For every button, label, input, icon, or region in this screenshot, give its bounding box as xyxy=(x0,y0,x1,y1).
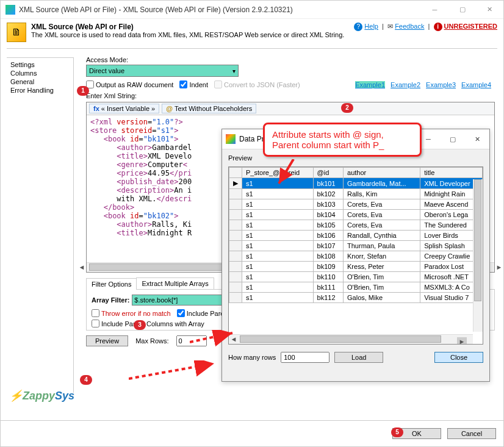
table-row[interactable]: ▶s1bk101Gambardella, Mat...XML Developer xyxy=(229,178,483,189)
table-row[interactable]: s1bk108Knorr, StefanCreepy Crawlie xyxy=(229,251,483,262)
include-parent-array-checkbox[interactable]: Include Parent Columns with Array xyxy=(92,320,204,327)
sidebar-item-error-handling[interactable]: Error Handling xyxy=(7,86,73,95)
cell[interactable]: bk112 xyxy=(313,293,343,303)
cell[interactable]: bk107 xyxy=(313,241,343,251)
col-id[interactable]: @id xyxy=(313,168,343,178)
row-selector[interactable] xyxy=(229,262,242,272)
minimize-button[interactable]: ─ xyxy=(421,1,448,19)
cell[interactable]: O'Brien, Tim xyxy=(344,272,420,282)
load-button[interactable]: Load xyxy=(334,352,383,363)
cell[interactable]: s1 xyxy=(242,262,314,272)
row-selector[interactable] xyxy=(229,241,242,251)
cell[interactable]: s1 xyxy=(242,231,314,241)
row-selector[interactable] xyxy=(229,189,242,199)
col-author[interactable]: author xyxy=(344,168,420,178)
cell[interactable]: s1 xyxy=(242,241,314,251)
cell[interactable]: bk101 xyxy=(313,178,343,189)
cell[interactable]: bk111 xyxy=(313,282,343,293)
cell[interactable]: O'Brien, Tim xyxy=(344,282,420,293)
table-row[interactable]: s1bk109Kress, PeterParadox Lost xyxy=(229,262,483,272)
cell[interactable]: s1 xyxy=(242,293,314,303)
scroll-right-icon[interactable]: ► xyxy=(494,263,504,273)
grid-scroll-right-icon[interactable]: ► xyxy=(457,337,467,345)
table-row[interactable]: s1bk107Thurman, PaulaSplish Splash xyxy=(229,241,483,251)
example2-link[interactable]: Example2 xyxy=(391,81,420,88)
cell[interactable]: s1 xyxy=(242,251,314,262)
cell[interactable]: Galos, Mike xyxy=(344,293,420,303)
cell[interactable]: bk109 xyxy=(313,262,343,272)
cell[interactable]: bk110 xyxy=(313,272,343,282)
cell[interactable]: Knorr, Stefan xyxy=(344,251,420,262)
sidebar-item-general[interactable]: General xyxy=(7,77,73,86)
cell[interactable]: Randall, Cynthia xyxy=(344,231,420,241)
row-selector[interactable] xyxy=(229,199,242,210)
table-row[interactable]: s1bk111O'Brien, TimMSXML3: A Co xyxy=(229,282,483,293)
table-row[interactable]: s1bk110O'Brien, TimMicrosoft .NET xyxy=(229,272,483,282)
cell[interactable]: bk104 xyxy=(313,210,343,220)
cell[interactable]: bk105 xyxy=(313,220,343,231)
cell[interactable]: s1 xyxy=(242,210,314,220)
cell[interactable]: Kress, Peter xyxy=(344,262,420,272)
access-mode-select[interactable]: Direct value ▾ xyxy=(86,65,239,77)
help-link[interactable]: Help xyxy=(364,23,378,30)
row-selector[interactable] xyxy=(229,220,242,231)
cell[interactable]: bk103 xyxy=(313,199,343,210)
cell[interactable]: Corets, Eva xyxy=(344,199,420,210)
row-selector[interactable] xyxy=(229,210,242,220)
maximize-button[interactable]: ▢ xyxy=(448,1,476,19)
preview-close-button[interactable]: ✕ xyxy=(465,132,489,146)
cell[interactable]: Ralls, Kim xyxy=(344,189,420,199)
indent-checkbox[interactable]: Indent xyxy=(179,80,208,88)
cell[interactable]: s1 xyxy=(242,282,314,293)
example4-link[interactable]: Example4 xyxy=(461,81,491,88)
cancel-button[interactable]: Cancel xyxy=(447,428,496,439)
preview-maximize-button[interactable]: ▢ xyxy=(441,132,465,146)
row-selector[interactable] xyxy=(229,293,242,303)
cell[interactable]: bk102 xyxy=(313,189,343,199)
table-row[interactable]: s1bk102Ralls, KimMidnight Rain xyxy=(229,189,483,199)
preview-button[interactable]: Preview xyxy=(86,335,128,346)
cell[interactable]: Corets, Eva xyxy=(344,220,420,231)
cell[interactable]: s1 xyxy=(242,189,314,199)
cell[interactable]: s1 xyxy=(242,199,314,210)
tab-filter-options[interactable]: Filter Options xyxy=(86,278,137,290)
output-raw-checkbox[interactable]: Output as RAW document xyxy=(86,80,173,88)
example3-link[interactable]: Example3 xyxy=(426,81,456,88)
how-many-rows-input[interactable] xyxy=(281,352,329,363)
grid-v-thumb[interactable] xyxy=(474,179,481,301)
example1-link[interactable]: Example1 xyxy=(355,81,385,88)
row-selector[interactable] xyxy=(229,282,242,293)
col-title[interactable]: title xyxy=(420,168,483,178)
table-row[interactable]: s1bk105Corets, EvaThe Sundered xyxy=(229,220,483,231)
grid-v-scrollbar[interactable] xyxy=(473,179,483,332)
cell[interactable]: bk108 xyxy=(313,251,343,262)
scroll-thumb[interactable] xyxy=(89,263,236,271)
unregistered-link[interactable]: UNREGISTERED xyxy=(444,23,497,30)
cell[interactable]: Corets, Eva xyxy=(344,210,420,220)
grid-h-thumb[interactable] xyxy=(240,335,441,343)
row-selector[interactable] xyxy=(229,231,242,241)
table-row[interactable]: s1bk106Randall, CynthiaLover Birds xyxy=(229,231,483,241)
cell[interactable]: Gambardella, Mat... xyxy=(344,178,420,189)
preview-grid[interactable]: P_store_@storeid @id author title ▶s1bk1… xyxy=(228,166,483,345)
row-selector[interactable] xyxy=(229,272,242,282)
row-selector-header[interactable] xyxy=(229,168,242,178)
table-row[interactable]: s1bk112Galos, MikeVisual Studio 7 xyxy=(229,293,483,303)
row-selector[interactable] xyxy=(229,251,242,262)
feedback-link[interactable]: Feedback xyxy=(395,23,424,30)
throw-error-checkbox[interactable]: Throw error if no match xyxy=(92,309,171,317)
table-row[interactable]: s1bk104Corets, EvaOberon's Lega xyxy=(229,210,483,220)
sidebar-item-settings[interactable]: Settings xyxy=(7,60,73,69)
grid-h-scrollbar[interactable]: ◄ ► xyxy=(229,334,473,344)
cell[interactable]: s1 xyxy=(242,272,314,282)
tab-extract-multiple[interactable]: Extract Multiple Arrays xyxy=(136,277,214,289)
table-row[interactable]: s1bk103Corets, EvaMaeve Ascend xyxy=(229,199,483,210)
row-selector[interactable]: ▶ xyxy=(229,178,242,189)
cell[interactable]: s1 xyxy=(242,220,314,231)
insert-variable-button[interactable]: fx « Insert Variable » xyxy=(89,104,159,113)
text-without-placeholders-button[interactable]: @ Text Without Placeholders xyxy=(162,104,256,113)
preview-close-footer-button[interactable]: Close xyxy=(434,352,483,363)
cell[interactable]: bk106 xyxy=(313,231,343,241)
close-button[interactable]: ✕ xyxy=(476,1,503,19)
sidebar-item-columns[interactable]: Columns xyxy=(7,69,73,77)
